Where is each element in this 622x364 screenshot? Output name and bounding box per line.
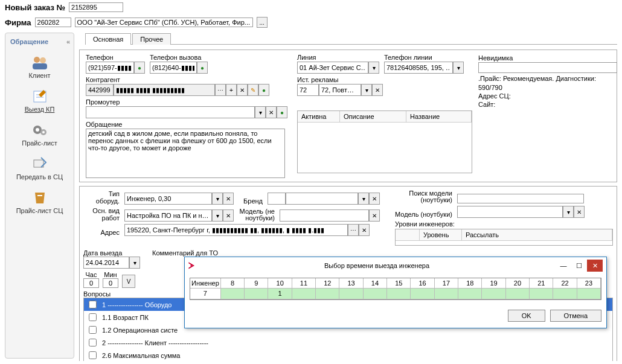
brand-dropdown-icon[interactable]: ▾ (358, 193, 369, 205)
adsource-dropdown-icon[interactable]: ▾ (361, 84, 372, 96)
phone-label: Телефон (86, 54, 145, 61)
question-row[interactable]: 2.6 Максимальная сумма (84, 349, 612, 361)
sidebar-item-client[interactable]: Клиент (7, 50, 72, 84)
time-cell[interactable] (458, 289, 482, 299)
question-checkbox[interactable] (89, 301, 97, 308)
brand-code[interactable] (268, 193, 286, 205)
request-label: Обращение (86, 121, 291, 128)
promoter-ok-icon[interactable]: ● (277, 106, 287, 118)
sidebar-item-pricelist[interactable]: Прайс-лист (7, 118, 72, 152)
equip-dropdown-icon[interactable]: ▾ (212, 193, 223, 205)
firm-name-input[interactable] (75, 18, 253, 27)
contragent-browse-button[interactable]: ⋯ (215, 84, 226, 96)
line-dropdown-icon[interactable]: ▾ (368, 62, 379, 74)
close-button[interactable]: ✕ (587, 260, 603, 272)
question-row[interactable]: 2 ---------------- Клиент --------------… (84, 336, 612, 349)
firm-code-input[interactable] (35, 18, 71, 27)
maximize-button[interactable]: ☐ (571, 260, 587, 272)
promoter-input[interactable] (86, 106, 255, 118)
sidebar-item-pricelist-sc[interactable]: Прайс-лист СЦ (7, 185, 72, 219)
time-cell[interactable] (530, 289, 553, 299)
question-checkbox[interactable] (89, 313, 97, 321)
hour-input[interactable] (83, 278, 99, 288)
time-cell[interactable] (577, 289, 601, 299)
addr-input[interactable] (124, 224, 348, 236)
eng-row-label[interactable]: 7 (190, 289, 221, 299)
equip-input[interactable] (124, 193, 212, 205)
contragent-add-button[interactable]: + (226, 84, 237, 96)
date-input[interactable] (83, 257, 129, 269)
time-cell[interactable] (316, 289, 339, 299)
col-active: Активна (298, 111, 340, 122)
firm-more-button[interactable]: ... (257, 17, 268, 28)
time-cell[interactable] (506, 289, 530, 299)
question-text: 2 ---------------- Клиент --------------… (102, 339, 208, 346)
model-laptop-dropdown[interactable]: ▾ (563, 206, 574, 218)
sidebar-item-transfer[interactable]: Передать в СЦ (7, 152, 72, 185)
time-cell[interactable] (435, 289, 458, 299)
time-cell[interactable] (245, 289, 268, 299)
time-cell[interactable] (221, 289, 245, 299)
order-no-input[interactable] (69, 2, 123, 12)
contragent-edit-button[interactable]: ✎ (248, 84, 258, 96)
time-v-button[interactable]: V (122, 275, 135, 288)
brand-input[interactable] (286, 193, 358, 205)
sidebar-collapse-icon[interactable]: « (66, 38, 70, 45)
min-input[interactable] (103, 278, 118, 288)
adsource-label: Ист. рекламы (297, 76, 472, 83)
line-phone-input[interactable] (384, 62, 453, 74)
tab-other[interactable]: Прочее (132, 33, 171, 45)
brand-clear-button[interactable]: ✕ (369, 193, 380, 205)
line-phone-label: Телефон линии (384, 54, 464, 61)
call-phone-input[interactable] (150, 62, 197, 74)
line-input[interactable] (297, 62, 368, 74)
tab-main[interactable]: Основная (85, 33, 131, 45)
work-clear-button[interactable]: ✕ (223, 209, 234, 222)
model-search-input[interactable] (457, 194, 584, 203)
model-nl-clear-button[interactable]: ✕ (369, 209, 380, 222)
ok-button[interactable]: OK (508, 310, 545, 322)
invisible-input[interactable] (478, 62, 617, 73)
levels-label: Уровни инженеров: (395, 220, 613, 228)
time-cell[interactable] (482, 289, 505, 299)
time-cell[interactable]: 1 (268, 289, 292, 299)
adsource-name[interactable] (319, 84, 361, 96)
dialog-title: Выбор времени выезда инженера (198, 262, 556, 269)
time-cell[interactable] (387, 289, 411, 299)
equip-clear-button[interactable]: ✕ (223, 193, 234, 205)
question-checkbox[interactable] (89, 326, 97, 334)
date-dropdown-icon[interactable]: ▾ (129, 257, 140, 269)
adsource-clear-button[interactable]: ✕ (372, 84, 383, 96)
question-checkbox[interactable] (89, 339, 97, 346)
cancel-button[interactable]: Отмена (550, 310, 601, 322)
hour-header: 21 (530, 278, 553, 289)
model-nl-input[interactable] (280, 209, 369, 222)
sidebar-item-visit[interactable]: Выезд КП (7, 84, 72, 118)
request-textarea[interactable] (86, 129, 285, 178)
model-laptop-clear[interactable]: ✕ (574, 206, 585, 218)
phone-call-icon[interactable]: ● (134, 62, 145, 74)
call-phone-call-icon[interactable]: ● (197, 62, 208, 74)
minimize-button[interactable]: — (556, 260, 571, 272)
promoter-dropdown-icon[interactable]: ▾ (255, 106, 266, 118)
time-cell[interactable] (553, 289, 577, 299)
model-laptop-input[interactable] (457, 206, 563, 218)
time-cell[interactable] (411, 289, 434, 299)
time-cell[interactable] (339, 289, 363, 299)
contragent-ok-icon[interactable]: ● (258, 84, 269, 96)
phone-input[interactable] (86, 62, 134, 74)
time-cell[interactable] (364, 289, 387, 299)
promoter-clear-button[interactable]: ✕ (266, 106, 277, 118)
addr-browse-button[interactable]: ⋯ (348, 224, 359, 236)
adsource-code[interactable] (297, 84, 319, 96)
line-phone-dropdown-icon[interactable]: ▾ (453, 62, 464, 74)
question-checkbox[interactable] (89, 351, 97, 359)
contragent-clear-button[interactable]: ✕ (237, 84, 248, 96)
work-label: Осн. вид работ (83, 207, 120, 222)
model-laptop-label: Модель (ноутбуки) (395, 211, 452, 218)
time-cell[interactable] (292, 289, 316, 299)
addr-clear-button[interactable]: ✕ (359, 224, 370, 236)
work-dropdown-icon[interactable]: ▾ (212, 209, 223, 222)
question-text: 1 ---------------- Оборудо (102, 301, 172, 308)
work-input[interactable] (124, 209, 212, 222)
